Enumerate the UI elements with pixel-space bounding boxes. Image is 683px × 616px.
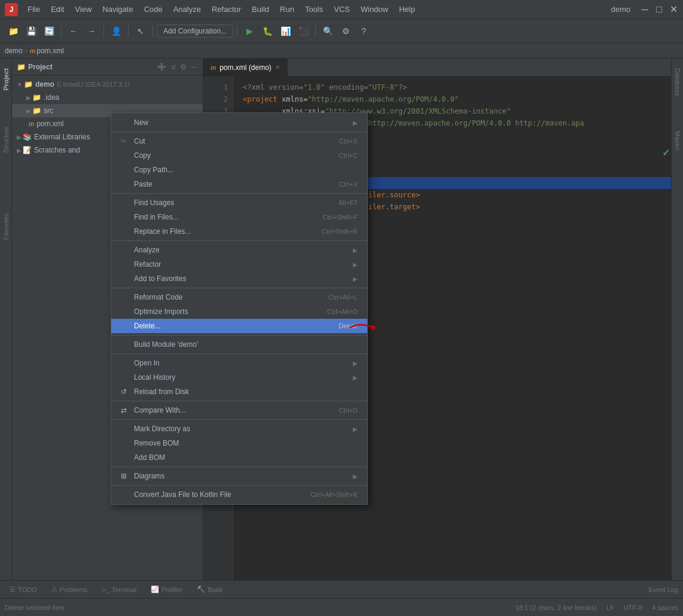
ctx-item-paste[interactable]: Paste Ctrl+V bbox=[111, 177, 367, 191]
ctx-item-open-in[interactable]: Open In ▶ bbox=[111, 356, 367, 370]
ctx-item-compare-with[interactable]: ⇄ Compare With... Ctrl+D bbox=[111, 403, 367, 417]
ctx-item-build-module[interactable]: Build Module 'demo' bbox=[111, 337, 367, 352]
folder-icon-idea: 📁 bbox=[32, 93, 41, 102]
open-folder-button[interactable]: 📁 bbox=[5, 23, 22, 39]
menu-analyze[interactable]: Analyze bbox=[169, 4, 206, 15]
ctx-item-cut[interactable]: ✂ Cut Ctrl+X bbox=[111, 134, 367, 148]
cut-icon: ✂ bbox=[121, 137, 130, 145]
tab-problems[interactable]: ⚠ Problems bbox=[47, 584, 92, 594]
ctx-item-add-fav[interactable]: Add to Favorites ▶ bbox=[111, 272, 367, 286]
run-button[interactable]: ▶ bbox=[241, 23, 258, 39]
ctx-item-delete[interactable]: Delete... Delete bbox=[111, 319, 367, 333]
ctx-shortcut-optimize: Ctrl+Alt+O bbox=[327, 308, 358, 315]
build-icon: 🔨 bbox=[197, 585, 205, 593]
ctx-item-analyze[interactable]: Analyze ▶ bbox=[111, 243, 367, 257]
ctx-item-find-files[interactable]: Find in Files... Ctrl+Shift+F bbox=[111, 210, 367, 224]
ctx-item-local-history[interactable]: Local History ▶ bbox=[111, 370, 367, 385]
favorites-sidebar-tab[interactable]: Favorites bbox=[1, 208, 11, 245]
panel-folder-icon[interactable]: 📁 bbox=[17, 63, 26, 71]
ctx-sep-10 bbox=[111, 485, 367, 486]
menu-edit[interactable]: Edit bbox=[46, 4, 69, 15]
menu-code[interactable]: Code bbox=[139, 4, 167, 15]
ctx-item-refactor[interactable]: Refactor ▶ bbox=[111, 257, 367, 272]
ctx-item-add-bom[interactable]: Add BOM bbox=[111, 450, 367, 465]
menu-build[interactable]: Build bbox=[247, 4, 274, 15]
back-button[interactable]: ← bbox=[65, 23, 82, 39]
maven-sidebar-tab[interactable]: Maven bbox=[673, 126, 682, 155]
settings-button[interactable]: ⚙ bbox=[337, 23, 354, 39]
terminal-icon: >_ bbox=[102, 586, 109, 593]
ctx-item-remove-bom[interactable]: Remove BOM bbox=[111, 436, 367, 450]
menu-bar: File Edit View Navigate Code Analyze Ref… bbox=[23, 4, 611, 15]
profile-button[interactable]: 📊 bbox=[277, 23, 294, 39]
menu-window[interactable]: Window bbox=[356, 4, 393, 15]
ctx-label-cut: Cut bbox=[134, 137, 330, 145]
project-sidebar-tab[interactable]: Project bbox=[1, 63, 11, 95]
panel-add-icon[interactable]: ➕ bbox=[156, 62, 167, 72]
debug-button[interactable]: 🐛 bbox=[259, 23, 276, 39]
menu-run[interactable]: Run bbox=[275, 4, 299, 15]
maximize-button[interactable]: □ bbox=[654, 5, 664, 14]
menu-help[interactable]: Help bbox=[394, 4, 420, 15]
save-button[interactable]: 💾 bbox=[23, 23, 39, 39]
stop-button[interactable]: ⬛ bbox=[295, 23, 312, 39]
sync-button[interactable]: 🔄 bbox=[41, 23, 57, 39]
structure-sidebar-tab[interactable]: Structure bbox=[1, 121, 11, 158]
ctx-item-diagrams[interactable]: ⊞ Diagrams ▶ bbox=[111, 469, 367, 483]
ctx-item-new[interactable]: New ▶ bbox=[111, 115, 367, 130]
breadcrumb-item-pom[interactable]: pom.xml bbox=[36, 47, 63, 55]
ctx-label-reload-disk: Reload from Disk bbox=[134, 388, 358, 396]
ctx-item-optimize[interactable]: Optimize Imports Ctrl+Alt+O bbox=[111, 304, 367, 319]
menu-vcs[interactable]: VCS bbox=[329, 4, 355, 15]
search-button[interactable]: 🔍 bbox=[319, 23, 336, 39]
ctx-label-find-files: Find in Files... bbox=[134, 213, 313, 221]
tab-build-label: Build bbox=[208, 586, 222, 593]
ctx-arrow-fav: ▶ bbox=[353, 276, 358, 282]
problems-icon: ⚠ bbox=[51, 585, 57, 593]
ctx-item-replace-files[interactable]: Replace in Files... Ctrl+Shift+R bbox=[111, 224, 367, 239]
tab-build[interactable]: 🔨 Build bbox=[192, 584, 227, 594]
tab-close-pom[interactable]: ✕ bbox=[275, 64, 280, 71]
cursor-button[interactable]: ↖ bbox=[132, 23, 149, 39]
tab-terminal[interactable]: >_ Terminal bbox=[97, 585, 141, 594]
editor-tab-pom[interactable]: m pom.xml (demo) ✕ bbox=[203, 59, 288, 77]
ctx-item-reformat[interactable]: Reformat Code Ctrl+Alt+L bbox=[111, 290, 367, 304]
breadcrumb: demo › m pom.xml bbox=[0, 43, 683, 59]
tab-profiler[interactable]: 📈 Profiler bbox=[146, 584, 187, 594]
breadcrumb-separator: › bbox=[25, 47, 28, 55]
ctx-item-convert-kotlin[interactable]: Convert Java File to Kotlin File Ctrl+Al… bbox=[111, 487, 367, 502]
database-sidebar-tab[interactable]: Database bbox=[673, 63, 682, 101]
panel-settings-icon[interactable]: ⚙ bbox=[179, 62, 188, 72]
event-log-label[interactable]: Event Log bbox=[648, 586, 678, 593]
ctx-arrow-open-in: ▶ bbox=[353, 360, 358, 367]
toolbar-separator-1 bbox=[61, 25, 62, 37]
tab-todo[interactable]: ☰ TODO bbox=[5, 584, 42, 594]
menu-file[interactable]: File bbox=[23, 4, 45, 15]
ctx-arrow-diagrams: ▶ bbox=[353, 473, 358, 480]
minimize-button[interactable]: ─ bbox=[640, 5, 650, 14]
run-config-dropdown[interactable]: Add Configuration... bbox=[157, 25, 233, 38]
tree-item-idea[interactable]: ▶ 📁 .idea bbox=[12, 91, 203, 104]
close-button[interactable]: ✕ bbox=[669, 5, 678, 14]
menu-refactor[interactable]: Refactor bbox=[207, 4, 246, 15]
ctx-item-reload-disk[interactable]: ↺ Reload from Disk bbox=[111, 385, 367, 399]
ctx-item-find-usages[interactable]: Find Usages Alt+F7 bbox=[111, 196, 367, 210]
tree-item-demo[interactable]: ▼ 📁 demo E:\IntelliJ IDEA 2017.3.1\ bbox=[12, 78, 203, 91]
ctx-item-copy[interactable]: Copy Ctrl+C bbox=[111, 148, 367, 163]
menu-tools[interactable]: Tools bbox=[300, 4, 328, 15]
breadcrumb-item-demo[interactable]: demo bbox=[5, 47, 23, 55]
forward-button[interactable]: → bbox=[83, 23, 100, 39]
help-button[interactable]: ? bbox=[355, 23, 372, 39]
tree-label-ext-libs: External Libraries bbox=[34, 133, 90, 141]
ctx-label-replace-files: Replace in Files... bbox=[134, 227, 312, 236]
status-encoding: UTF-8 bbox=[624, 604, 642, 611]
ctx-item-mark-dir[interactable]: Mark Directory as ▶ bbox=[111, 422, 367, 436]
panel-layout-icon[interactable]: ≡ bbox=[170, 62, 176, 72]
ctx-item-copy-path[interactable]: Copy Path... bbox=[111, 163, 367, 177]
menu-navigate[interactable]: Navigate bbox=[97, 4, 138, 15]
menu-view[interactable]: View bbox=[70, 4, 96, 15]
status-bar: Delete selected item 18:1 (2 chars, 2 li… bbox=[0, 598, 683, 616]
user-button[interactable]: 👤 bbox=[108, 23, 124, 39]
panel-minus-icon[interactable]: ─ bbox=[190, 62, 198, 72]
toolbar-separator-5 bbox=[237, 25, 237, 37]
